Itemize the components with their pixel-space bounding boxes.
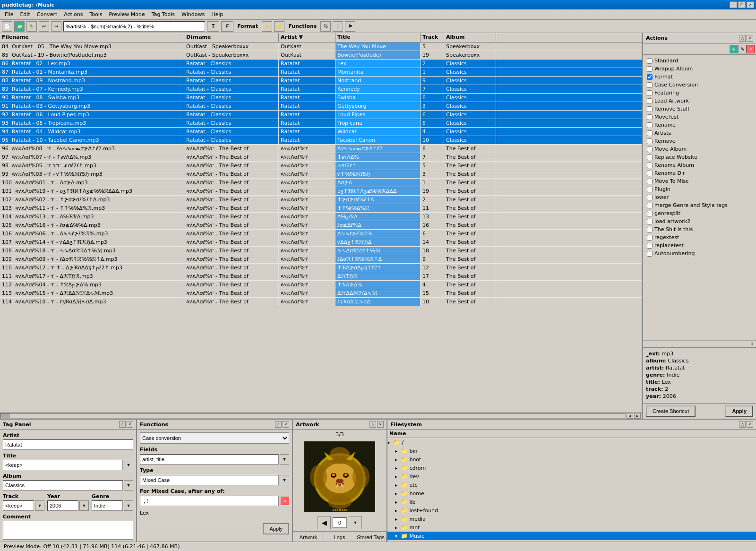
- action-checkbox[interactable]: [647, 187, 653, 192]
- action-item[interactable]: Move Album: [645, 145, 754, 153]
- actions-options-btn[interactable]: △: [739, 35, 746, 42]
- hash-button[interactable]: ½: [320, 21, 331, 32]
- table-row[interactable]: 109 ጳሃዴΛσℓ%09 - ፐ - ℓΔσℜ↑ℛ℅℅ℛ↑Δ.mp3 ጳሃዴΛ…: [0, 255, 642, 264]
- menu-file[interactable]: File: [2, 10, 16, 18]
- action-checkbox[interactable]: [647, 227, 653, 232]
- col-header-title[interactable]: Title: [335, 33, 421, 42]
- menu-edit[interactable]: Edit: [17, 10, 33, 18]
- action-checkbox[interactable]: [647, 171, 653, 176]
- table-row[interactable]: 94 Ratatat - 04 - Wildcat.mp3 Ratatat - …: [0, 128, 642, 136]
- table-row[interactable]: 91 Ratatat - 03 - Gettysburg.mp3 Ratatat…: [0, 102, 642, 111]
- table-row[interactable]: 101 ጳሃዴΛσℓ%19 - ፐ - ʋʒ↑ℜℵ↑Λʒ≱℅℅ℛΔΔΔ.mp3 …: [0, 187, 642, 196]
- table-row[interactable]: 102 ጳሃዴΛσℓ%02 - ፐ - ↑≱σ≱σℓ%ℓ↑Δ.mp3 ጳሃዴΛσ…: [0, 196, 642, 204]
- track-input[interactable]: [3, 500, 34, 511]
- action-checkbox[interactable]: [647, 146, 653, 152]
- fs-item[interactable]: ▾📁 Music: [387, 532, 756, 540]
- del-action-btn[interactable]: ×: [747, 45, 755, 53]
- close-button[interactable]: ×: [747, 1, 754, 8]
- artwork-tab-artwork[interactable]: Artwork: [293, 532, 324, 542]
- new-button[interactable]: 📄: [2, 21, 12, 32]
- table-row[interactable]: 97 ጳሃዴΛσℓ%07 - ፐ - ↑ፅሃΛΔ%.mp3 ጳሃዴΛσℓ%ፐ -…: [0, 153, 642, 162]
- table-row[interactable]: 85 OutKast - 19 - Bowtie(Postlude).mp3 O…: [0, 51, 642, 60]
- lightning2-button[interactable]: ⚡: [274, 21, 284, 32]
- action-item[interactable]: Remove: [645, 137, 754, 145]
- action-item[interactable]: The Shit is this: [645, 225, 754, 233]
- menu-tag-tools[interactable]: Tag Tools: [149, 10, 178, 18]
- format-input[interactable]: [63, 21, 205, 32]
- action-item[interactable]: replacetest: [645, 241, 754, 250]
- table-row[interactable]: 90 Ratatat - 08 - Swisha.mp3 Ratatat - C…: [0, 94, 642, 102]
- col-header-artist[interactable]: Artist ▼: [279, 33, 335, 42]
- artist-input[interactable]: [3, 439, 133, 450]
- table-row[interactable]: 96 ጳሃዴΛσℓ%08 - ፐ - Δሃ∿∿ሠዉσ≱Α↑ℓ2.mp3 ጳሃዴΛ…: [0, 145, 642, 153]
- open-button[interactable]: 📁: [14, 21, 25, 32]
- functions-apply-btn[interactable]: Apply: [263, 523, 289, 534]
- table-row[interactable]: 104 ጳሃዴΛσℓ%13 - ፐ - Λ℅ℜℛΔ.mp3 ጳሃዴΛσℓ%ፐ -…: [0, 213, 642, 221]
- undo-button[interactable]: ↩: [39, 21, 49, 32]
- action-checkbox[interactable]: [647, 66, 653, 72]
- action-checkbox[interactable]: [647, 235, 653, 241]
- menu-tools[interactable]: Tools: [86, 10, 105, 18]
- fs-item[interactable]: ▸📁 lib: [387, 498, 756, 506]
- action-checkbox[interactable]: [647, 195, 653, 200]
- action-checkbox[interactable]: [647, 163, 653, 168]
- bold-button[interactable]: T: [207, 21, 219, 32]
- album-input[interactable]: [3, 480, 123, 491]
- action-item[interactable]: Rename Dir: [645, 169, 754, 177]
- genre-input[interactable]: [92, 500, 123, 511]
- title-input[interactable]: [3, 460, 123, 470]
- action-item[interactable]: Standard: [645, 57, 754, 65]
- action-item[interactable]: Rename: [645, 121, 754, 129]
- menu-actions[interactable]: Actions: [61, 10, 86, 18]
- type-dropdown-btn[interactable]: ▼: [280, 475, 289, 485]
- action-item[interactable]: Move To Misc: [645, 177, 754, 185]
- functions-panel-close-btn[interactable]: ×: [283, 421, 289, 428]
- scroll-left-btn[interactable]: ◂: [627, 413, 633, 419]
- action-item[interactable]: Artists: [645, 129, 754, 137]
- table-row[interactable]: 89 Ratatat - 07 - Kennedy.mp3 Ratatat - …: [0, 85, 642, 94]
- menu-convert[interactable]: Convert: [34, 10, 60, 18]
- action-item[interactable]: Format: [645, 73, 754, 81]
- apply-button[interactable]: Apply: [725, 405, 753, 417]
- action-checkbox[interactable]: [647, 130, 653, 136]
- type-input[interactable]: [140, 475, 279, 485]
- filesystem-panel-close-btn[interactable]: ×: [747, 421, 753, 428]
- action-item[interactable]: lower: [645, 193, 754, 201]
- mixed-case-input[interactable]: [140, 496, 279, 506]
- table-row[interactable]: 100 ጳሃዴΛσℓ%01 - ፐ - Λσ≱Δ.mp3 ጳሃዴΛσℓ%ፐ - …: [0, 179, 642, 187]
- file-list[interactable]: 84 OutKast - 05 - The Way You Move.mp3 O…: [0, 43, 642, 412]
- create-shortcut-button[interactable]: Create Shortcut: [646, 405, 696, 417]
- pipe-button[interactable]: |: [333, 21, 343, 32]
- album-dropdown-btn[interactable]: ▼: [124, 480, 133, 491]
- action-checkbox[interactable]: [647, 251, 653, 257]
- action-checkbox[interactable]: [647, 122, 653, 128]
- table-row[interactable]: 112 ጳሃዴΛσℓ%04 - ፐ - ↑ℛΔ℘≱Δ%.mp3 ጳሃዴΛσℓ%ፐ…: [0, 281, 642, 289]
- functions-panel-options-btn[interactable]: ○: [275, 421, 282, 428]
- action-checkbox[interactable]: [647, 114, 653, 120]
- table-row[interactable]: 103 ጳሃዴΛσℓ%11 - ፐ - ↑↑℅℅Δ%ℛ.mp3 ጳሃዴΛσℓ%ፐ…: [0, 204, 642, 213]
- table-row[interactable]: 98 ጳሃዴΛσℓ%05 - ፐ ፐፐ -ቶσℓ2ℓ↑.mp3 ጳሃዴΛσℓ%ፐ…: [0, 162, 642, 170]
- tag-panel-close-btn[interactable]: ×: [127, 421, 133, 428]
- action-checkbox[interactable]: [647, 211, 653, 216]
- action-checkbox[interactable]: [647, 179, 653, 184]
- comment-input[interactable]: [3, 521, 133, 540]
- minimize-button[interactable]: −: [730, 1, 737, 8]
- fs-item[interactable]: ▸📁 boot: [387, 455, 756, 464]
- fs-item[interactable]: ▾📁 /: [387, 438, 756, 447]
- action-checkbox[interactable]: [647, 98, 653, 104]
- fs-item[interactable]: ▸📁 media: [387, 515, 756, 523]
- fs-item[interactable]: ▸📁 cdrom: [387, 464, 756, 472]
- mixed-case-del-btn[interactable]: ×: [281, 497, 289, 505]
- year-input[interactable]: [47, 500, 78, 511]
- action-item[interactable]: merge Genre and Style tags: [645, 201, 754, 209]
- scroll-right-btn[interactable]: ▸: [634, 413, 641, 419]
- action-checkbox[interactable]: [647, 219, 653, 224]
- artwork-prev-btn[interactable]: ◀: [318, 516, 331, 529]
- col-header-album[interactable]: Album: [444, 33, 496, 42]
- col-header-track[interactable]: Track: [421, 33, 444, 42]
- action-checkbox[interactable]: [647, 106, 653, 112]
- action-checkbox[interactable]: [647, 155, 653, 160]
- redo-button[interactable]: ↪: [51, 21, 61, 32]
- table-row[interactable]: 93 Ratatat - 05 - Tropicana.mp3 Ratatat …: [0, 119, 642, 128]
- action-item[interactable]: genresplit: [645, 209, 754, 217]
